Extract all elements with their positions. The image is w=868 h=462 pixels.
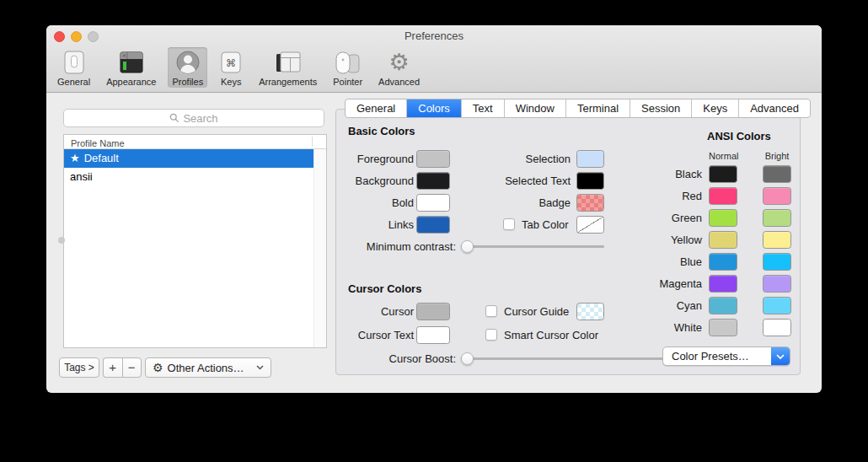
tab-color-well[interactable]: [576, 216, 604, 234]
search-placeholder: Search: [183, 112, 217, 125]
advanced-icon: ⚙: [388, 49, 409, 76]
toolbar-item-keys[interactable]: ⌘Keys: [215, 47, 247, 88]
toolbar-item-arrangements[interactable]: Arrangements: [255, 47, 321, 88]
selected-text-label: Selected Text: [463, 172, 571, 190]
profile-list-header-label: Profile Name: [64, 138, 125, 148]
background-label: Background: [336, 172, 414, 190]
tab-general[interactable]: General: [346, 99, 407, 117]
other-actions-dropdown[interactable]: ⚙ Other Actions…: [145, 357, 271, 378]
toolbar-item-general[interactable]: General: [53, 47, 94, 88]
ansi-blue-bright-well[interactable]: [763, 253, 791, 271]
tab-window[interactable]: Window: [505, 99, 566, 117]
cursor-guide-color-well[interactable]: [576, 303, 604, 320]
tab-text[interactable]: Text: [462, 99, 505, 117]
ansi-blue-normal-well[interactable]: [709, 253, 737, 271]
ansi-black-label: Black: [618, 165, 702, 183]
ansi-cyan-label: Cyan: [618, 297, 702, 314]
ansi-cyan-normal-well[interactable]: [709, 297, 737, 314]
ansi-white-label: White: [618, 319, 702, 336]
ansi-magenta-bright-well[interactable]: [763, 275, 791, 293]
background-color-well[interactable]: [416, 172, 450, 190]
profile-rows: ★Defaultansii: [64, 149, 326, 186]
ansi-black-bright-well[interactable]: [763, 165, 791, 183]
ansi-yellow-label: Yellow: [618, 231, 702, 249]
ansi-green-normal-well[interactable]: [709, 209, 737, 227]
ansi-cyan-bright-well[interactable]: [763, 297, 791, 314]
selected-text-color-well[interactable]: [576, 172, 604, 190]
badge-color-well[interactable]: [576, 194, 604, 212]
toolbar-item-label: Profiles: [172, 77, 203, 87]
toolbar-item-advanced[interactable]: ⚙Advanced: [374, 47, 424, 88]
ansi-yellow-normal-well[interactable]: [709, 231, 737, 249]
window-title: Preferences: [46, 30, 822, 42]
toolbar-item-label: Keys: [221, 77, 241, 87]
toolbar-item-profiles[interactable]: Profiles: [168, 47, 207, 88]
links-color-well[interactable]: [416, 216, 450, 234]
cursor-colors-title: Cursor Colors: [348, 282, 421, 296]
cursor-color-well[interactable]: [416, 303, 450, 320]
foreground-label: Foreground: [336, 150, 414, 168]
remove-profile-button[interactable]: −: [122, 357, 142, 378]
profile-list-header[interactable]: Profile Name: [64, 135, 326, 149]
toolbar-item-pointer[interactable]: Pointer: [329, 47, 367, 88]
badge-label: Badge: [463, 194, 571, 212]
profile-name: ansii: [70, 170, 93, 183]
ansi-white-normal-well[interactable]: [709, 319, 737, 336]
tab-content: Basic Colors Cursor Colors ANSI Colors N…: [335, 109, 801, 375]
cursor-guide-checkbox[interactable]: [485, 305, 497, 317]
titlebar[interactable]: Preferences: [46, 25, 822, 46]
preferences-window: Preferences GeneralAppearanceProfiles⌘Ke…: [46, 25, 822, 393]
tab-color-checkbox[interactable]: [503, 218, 515, 230]
min-contrast-label: Minimum contrast:: [336, 238, 456, 255]
smart-cursor-color-checkbox[interactable]: [485, 329, 497, 341]
cursor-text-color-well[interactable]: [416, 326, 450, 344]
search-input[interactable]: Search: [63, 109, 324, 127]
ansi-red-label: Red: [618, 187, 702, 205]
tab-colors[interactable]: Colors: [407, 99, 462, 117]
tab-terminal[interactable]: Terminal: [566, 99, 630, 117]
slider-track: [461, 245, 604, 248]
ansi-yellow-bright-well[interactable]: [763, 231, 791, 249]
profiles-icon: [174, 49, 201, 76]
tab-advanced[interactable]: Advanced: [739, 99, 810, 117]
tab-color-label: Tab Color: [522, 216, 569, 234]
ansi-black-normal-well[interactable]: [709, 165, 737, 183]
ansi-colors-title: ANSI Colors: [707, 130, 771, 143]
ansi-blue-label: Blue: [618, 253, 702, 271]
profile-name: Default: [84, 152, 119, 164]
ansi-normal-header: Normal: [709, 149, 737, 163]
links-label: Links: [336, 216, 414, 234]
scrollbar-track[interactable]: [313, 149, 326, 347]
toolbar-item-label: Appearance: [106, 77, 156, 87]
gear-icon: ⚙: [153, 358, 163, 377]
profile-row[interactable]: ★Default: [64, 149, 313, 168]
toolbar-item-label: Pointer: [333, 77, 362, 87]
ansi-red-bright-well[interactable]: [763, 187, 791, 205]
slider-knob[interactable]: [461, 352, 474, 365]
other-actions-label: Other Actions…: [168, 362, 252, 374]
profile-row[interactable]: ansii: [64, 168, 313, 186]
header-divider: [312, 137, 313, 147]
min-contrast-slider[interactable]: [461, 238, 604, 255]
ansi-white-bright-well[interactable]: [763, 319, 791, 336]
tab-session[interactable]: Session: [630, 99, 692, 117]
cursor-guide-label: Cursor Guide: [504, 303, 569, 320]
tags-button[interactable]: Tags >: [59, 357, 99, 378]
tab-keys[interactable]: Keys: [692, 99, 739, 117]
splitter-handle[interactable]: [58, 237, 65, 244]
ansi-magenta-normal-well[interactable]: [709, 275, 737, 293]
keys-icon: ⌘: [219, 49, 243, 76]
selection-label: Selection: [463, 150, 571, 168]
pointer-icon: [335, 49, 362, 76]
slider-knob[interactable]: [461, 240, 474, 253]
add-profile-button[interactable]: +: [103, 357, 122, 378]
selection-color-well[interactable]: [576, 150, 604, 168]
color-presets-dropdown[interactable]: Color Presets…: [662, 346, 790, 366]
chevron-down-icon: [256, 365, 264, 370]
bold-color-well[interactable]: [416, 194, 450, 212]
ansi-green-bright-well[interactable]: [763, 209, 791, 227]
foreground-color-well[interactable]: [416, 150, 450, 168]
toolbar-item-appearance[interactable]: Appearance: [102, 47, 160, 88]
search-icon: [169, 113, 179, 123]
ansi-red-normal-well[interactable]: [709, 187, 737, 205]
